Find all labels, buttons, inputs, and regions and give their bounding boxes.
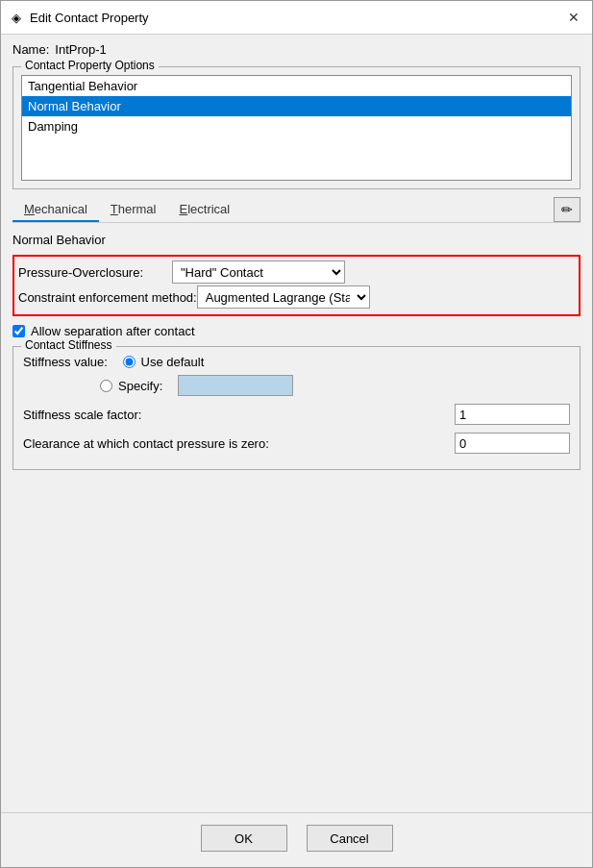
title-bar: ◈ Edit Contact Property ✕ xyxy=(1,1,592,35)
clearance-row: Clearance at which contact pressure is z… xyxy=(23,433,570,454)
constraint-label: Constraint enforcement method: xyxy=(18,290,197,305)
stiffness-value-row: Stiffness value: Use default xyxy=(23,355,570,369)
cancel-button[interactable]: Cancel xyxy=(307,825,393,852)
tab-mechanical[interactable]: Mechanical xyxy=(12,198,99,222)
tab-electrical[interactable]: Electrical xyxy=(167,198,241,222)
separation-label: Allow separation after contact xyxy=(31,324,195,338)
contact-options-title: Contact Property Options xyxy=(21,59,159,72)
dialog: ◈ Edit Contact Property ✕ Name: IntProp-… xyxy=(0,0,593,868)
scale-factor-input[interactable] xyxy=(455,404,570,425)
pressure-select[interactable]: "Hard" Contact Linear Tabular Exponentia… xyxy=(172,260,345,284)
normal-behavior-title: Normal Behavior xyxy=(12,233,581,247)
contact-stiffness-group: Contact Stiffness Stiffness value: Use d… xyxy=(12,346,581,470)
stiffness-value-label: Stiffness value: xyxy=(23,355,108,369)
separation-checkbox[interactable] xyxy=(12,325,25,337)
name-row: Name: IntProp-1 xyxy=(12,42,581,57)
tab-mechanical-label: Mechanical xyxy=(24,202,87,216)
pressure-row: Pressure-Overclosure: "Hard" Contact Lin… xyxy=(18,260,575,284)
specify-label: Specify: xyxy=(118,379,162,393)
dialog-content: Name: IntProp-1 Contact Property Options… xyxy=(1,35,592,812)
constraint-select[interactable]: Augmented Lagrange (Standard) Penalty (S… xyxy=(197,285,370,309)
dialog-title: Edit Contact Property xyxy=(30,11,149,25)
list-item-normal[interactable]: Normal Behavior xyxy=(22,96,571,116)
dialog-footer: OK Cancel xyxy=(1,812,592,867)
use-default-label: Use default xyxy=(141,355,205,369)
scale-factor-label: Stiffness scale factor: xyxy=(23,408,141,422)
specify-input[interactable] xyxy=(178,375,293,396)
separation-checkbox-row: Allow separation after contact xyxy=(12,324,581,338)
stiffness-group-title: Contact Stiffness xyxy=(21,338,116,352)
name-label: Name: xyxy=(12,42,49,57)
title-bar-left: ◈ Edit Contact Property xyxy=(9,10,149,25)
tab-thermal[interactable]: Thermal xyxy=(99,198,168,222)
list-item-tangential[interactable]: Tangential Behavior xyxy=(22,76,571,96)
contact-options-group: Contact Property Options Tangential Beha… xyxy=(12,66,581,189)
highlighted-options-group: Pressure-Overclosure: "Hard" Contact Lin… xyxy=(12,255,581,316)
pencil-button[interactable]: ✏ xyxy=(554,197,581,222)
normal-behavior-section: Normal Behavior Pressure-Overclosure: "H… xyxy=(12,233,581,478)
specify-radio[interactable] xyxy=(100,380,112,392)
close-button[interactable]: ✕ xyxy=(563,7,584,28)
specify-row: Specify: xyxy=(100,375,570,396)
scale-factor-row: Stiffness scale factor: xyxy=(23,404,570,425)
tab-electrical-label: Electrical xyxy=(179,202,230,216)
pressure-label: Pressure-Overclosure: xyxy=(18,265,172,280)
tabs-area: Mechanical Thermal Electrical ✏ xyxy=(12,197,581,223)
use-default-radio[interactable] xyxy=(123,356,136,368)
name-value: IntProp-1 xyxy=(55,42,106,57)
list-item-damping[interactable]: Damping xyxy=(22,116,571,136)
contact-options-listbox[interactable]: Tangential Behavior Normal Behavior Damp… xyxy=(21,75,572,181)
ok-button[interactable]: OK xyxy=(201,825,287,852)
clearance-input[interactable] xyxy=(455,433,570,454)
dialog-icon: ◈ xyxy=(9,10,24,25)
tab-thermal-label: Thermal xyxy=(111,202,157,216)
clearance-label: Clearance at which contact pressure is z… xyxy=(23,436,269,451)
constraint-row: Constraint enforcement method: Augmented… xyxy=(18,285,575,309)
